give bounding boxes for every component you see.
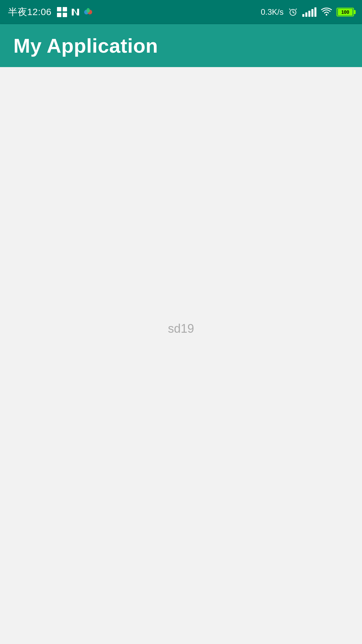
grid-icon xyxy=(57,7,67,17)
main-content: sd19 xyxy=(0,67,362,644)
network-speed: 0.3K/s xyxy=(261,7,284,17)
signal-bar-4 xyxy=(311,9,313,17)
signal-bar-3 xyxy=(308,11,310,17)
signal-bar-2 xyxy=(305,12,307,17)
svg-line-11 xyxy=(289,9,290,10)
alarm-icon xyxy=(288,7,298,17)
app-title: My Application xyxy=(13,34,158,57)
svg-point-7 xyxy=(86,8,90,13)
svg-rect-0 xyxy=(57,7,61,11)
battery-icon: 100 xyxy=(337,8,354,16)
status-icons-left xyxy=(57,7,93,17)
baidu-icon xyxy=(83,7,93,17)
watermark-text: sd19 xyxy=(168,322,194,336)
svg-rect-1 xyxy=(63,7,67,11)
svg-rect-3 xyxy=(63,13,67,17)
status-time: 半夜12:06 xyxy=(8,6,52,18)
battery-level: 100 xyxy=(341,9,349,15)
status-bar-left: 半夜12:06 xyxy=(8,6,93,18)
signal-bar-5 xyxy=(314,7,316,17)
app-bar: My Application xyxy=(0,24,362,67)
n-icon xyxy=(70,7,80,17)
svg-line-12 xyxy=(296,9,297,10)
signal-bar-1 xyxy=(302,14,304,17)
svg-point-13 xyxy=(326,14,327,16)
svg-line-10 xyxy=(293,12,294,13)
status-bar-right: 0.3K/s xyxy=(261,7,354,17)
signal-icon xyxy=(302,7,316,17)
svg-rect-2 xyxy=(57,13,61,17)
status-bar: 半夜12:06 xyxy=(0,0,362,24)
svg-marker-4 xyxy=(72,9,79,15)
wifi-icon xyxy=(321,7,332,17)
